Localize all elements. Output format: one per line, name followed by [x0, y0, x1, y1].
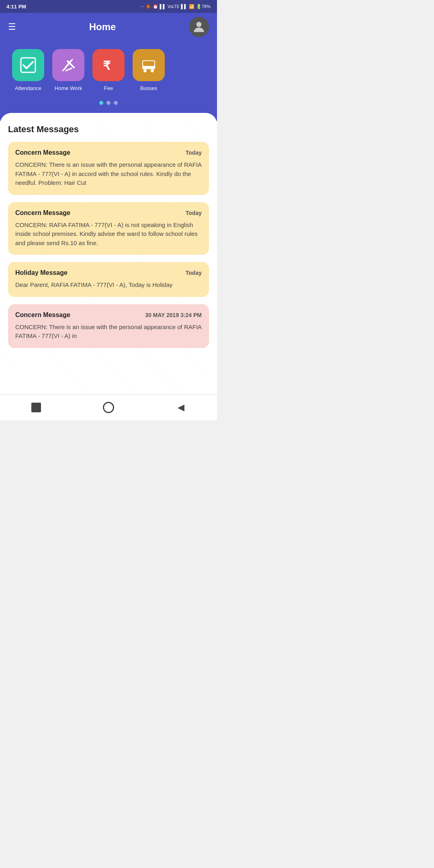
message-card-3[interactable]: Holiday Message Today Dear Parent, RAFIA…: [8, 262, 209, 297]
message-card-4-header: Concern Message 30 MAY 2019 3:24 PM: [15, 311, 202, 319]
messages-section: Latest Messages Concern Message Today CO…: [0, 113, 217, 394]
message-card-4-date: 30 MAY 2019 3:24 PM: [145, 312, 202, 318]
circle-icon: [103, 402, 114, 413]
message-card-1-date: Today: [186, 149, 202, 156]
svg-rect-12: [142, 68, 155, 69]
square-nav-button[interactable]: [29, 400, 43, 415]
page-title: Home: [89, 21, 116, 33]
message-card-2[interactable]: Concern Message Today CONCERN: RAFIA FAT…: [8, 202, 209, 255]
hero-section: Attendance Home Work ₹: [0, 41, 217, 121]
menu-icon[interactable]: ☰: [8, 22, 16, 32]
back-arrow-icon: ◀: [178, 402, 184, 413]
square-icon: [31, 403, 41, 412]
signal-bars-2-icon: ▌▌: [181, 4, 187, 9]
message-card-1-header: Concern Message Today: [15, 149, 202, 156]
battery-icon: 🔋78%: [196, 4, 211, 9]
fee-label: Fee: [104, 85, 113, 91]
status-bar: 4:11 PM ··· 🔕 ⏰ ▌▌ VoLTE ▌▌ 📶 🔋78%: [0, 0, 217, 13]
messages-section-title: Latest Messages: [8, 124, 209, 135]
message-card-4-title: Concern Message: [15, 311, 70, 319]
status-icons: ··· 🔕 ⏰ ▌▌ VoLTE ▌▌ 📶 🔋78%: [140, 4, 211, 9]
svg-point-10: [143, 69, 147, 72]
avatar-icon: [191, 19, 207, 35]
alarm-icon: ⏰: [153, 4, 158, 9]
attendance-icon-box: [12, 49, 44, 81]
signal-dots-icon: ···: [140, 4, 143, 9]
message-card-3-date: Today: [186, 270, 202, 276]
lte-icon: VoLTE: [168, 4, 179, 9]
user-avatar[interactable]: [189, 17, 209, 37]
busses-icon-box: [133, 49, 165, 81]
mute-icon: 🔕: [145, 4, 151, 9]
message-card-3-title: Holiday Message: [15, 269, 68, 276]
dot-3[interactable]: [114, 101, 118, 105]
status-time: 4:11 PM: [6, 4, 26, 10]
home-nav-button[interactable]: [101, 400, 116, 415]
message-card-3-header: Holiday Message Today: [15, 269, 202, 276]
bottom-nav: ◀: [0, 394, 217, 420]
dot-1[interactable]: [99, 101, 103, 105]
svg-line-6: [66, 68, 72, 71]
app-header: ☰ Home: [0, 13, 217, 41]
svg-rect-9: [143, 61, 154, 66]
message-card-1-body: CONCERN: There is an issue with the pers…: [15, 160, 202, 188]
message-card-2-header: Concern Message Today: [15, 209, 202, 217]
message-card-3-body: Dear Parent, RAFIA FATIMA - 777(VI - A),…: [15, 280, 202, 290]
message-card-2-date: Today: [186, 210, 202, 216]
busses-bus-icon: [140, 56, 158, 74]
app-icons-row: Attendance Home Work ₹: [8, 49, 209, 91]
busses-icon-item[interactable]: Busses: [133, 49, 165, 91]
message-card-1[interactable]: Concern Message Today CONCERN: There is …: [8, 142, 209, 195]
svg-point-0: [197, 22, 202, 27]
message-card-1-title: Concern Message: [15, 149, 70, 156]
message-card-2-title: Concern Message: [15, 209, 70, 217]
homework-label: Home Work: [55, 85, 82, 91]
attendance-label: Attendance: [15, 85, 41, 91]
homework-icon-item[interactable]: Home Work: [52, 49, 84, 91]
attendance-check-icon: [19, 56, 37, 74]
svg-point-11: [151, 69, 154, 72]
back-nav-button[interactable]: ◀: [174, 400, 188, 415]
busses-label: Busses: [140, 85, 158, 91]
homework-icon-box: [52, 49, 84, 81]
wifi-icon: 📶: [189, 4, 194, 9]
message-card-2-body: CONCERN: RAFIA FATIMA - 777(VI - A) is n…: [15, 221, 202, 248]
message-card-4[interactable]: Concern Message 30 MAY 2019 3:24 PM CONC…: [8, 304, 209, 348]
dot-2[interactable]: [106, 101, 111, 105]
pagination-dots: [8, 101, 209, 105]
homework-tools-icon: [59, 56, 77, 74]
message-card-4-body: CONCERN: There is an issue with the pers…: [15, 323, 202, 341]
attendance-icon-item[interactable]: Attendance: [12, 49, 44, 91]
fee-icon-box: ₹: [92, 49, 125, 81]
fee-rupee-icon: ₹: [100, 56, 117, 74]
svg-text:₹: ₹: [103, 59, 111, 72]
fee-icon-item[interactable]: ₹ Fee: [92, 49, 125, 91]
signal-bars-icon: ▌▌: [160, 4, 166, 9]
